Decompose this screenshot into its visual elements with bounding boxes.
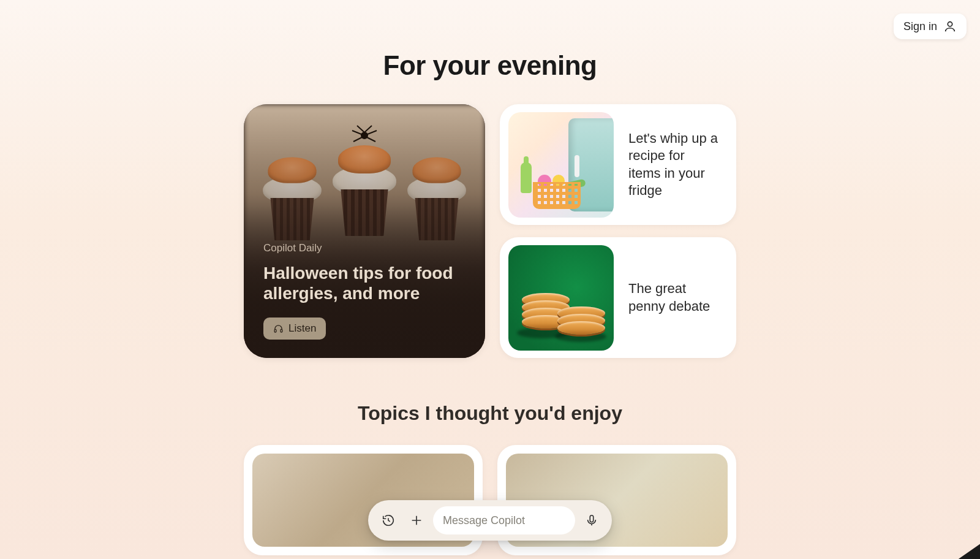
history-button[interactable] bbox=[377, 509, 400, 532]
history-icon bbox=[382, 514, 395, 527]
featured-card-content: Copilot Daily Halloween tips for food al… bbox=[263, 242, 466, 340]
mic-button[interactable] bbox=[580, 509, 603, 532]
composer-input-wrap bbox=[433, 506, 575, 534]
sign-in-label: Sign in bbox=[903, 20, 937, 33]
topics-heading: Topics I thought you'd enjoy bbox=[0, 402, 980, 425]
headphones-icon bbox=[273, 324, 284, 334]
microphone-icon bbox=[585, 514, 598, 527]
featured-card-title: Halloween tips for food allergies, and m… bbox=[263, 263, 466, 304]
plus-icon bbox=[410, 514, 423, 527]
suggestion-card-text: The great penny debate bbox=[628, 280, 728, 314]
featured-card[interactable]: Copilot Daily Halloween tips for food al… bbox=[244, 104, 485, 358]
svg-rect-2 bbox=[274, 329, 276, 332]
suggestion-card-image bbox=[508, 245, 614, 351]
suggestion-card-image bbox=[508, 112, 614, 218]
suggestion-card-text: Let's whip up a recipe for items in your… bbox=[628, 130, 728, 199]
side-cards-column: Let's whip up a recipe for items in your… bbox=[500, 104, 736, 358]
featured-card-eyebrow: Copilot Daily bbox=[263, 242, 466, 254]
message-input[interactable] bbox=[443, 514, 565, 527]
add-button[interactable] bbox=[405, 509, 428, 532]
section-heading: For your evening bbox=[0, 50, 980, 81]
suggestion-card-recipe[interactable]: Let's whip up a recipe for items in your… bbox=[500, 104, 736, 225]
svg-point-0 bbox=[948, 22, 952, 26]
listen-label: Listen bbox=[288, 322, 316, 335]
composer-bar bbox=[368, 500, 612, 541]
cards-row: Copilot Daily Halloween tips for food al… bbox=[244, 104, 736, 358]
svg-rect-3 bbox=[281, 329, 282, 332]
listen-button[interactable]: Listen bbox=[263, 318, 326, 340]
corner-decoration bbox=[957, 543, 980, 559]
suggestion-card-penny[interactable]: The great penny debate bbox=[500, 237, 736, 358]
sign-in-button[interactable]: Sign in bbox=[894, 13, 967, 39]
user-icon bbox=[943, 20, 957, 33]
svg-rect-4 bbox=[590, 515, 594, 522]
